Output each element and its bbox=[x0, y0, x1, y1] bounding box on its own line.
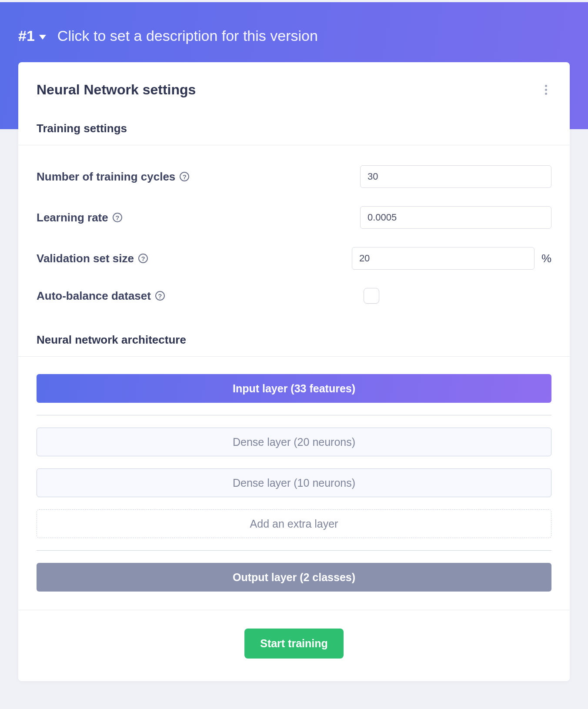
version-selector[interactable]: #1 bbox=[18, 27, 46, 44]
setting-row-autobalance: Auto-balance dataset ? bbox=[37, 270, 551, 304]
more-menu-icon[interactable] bbox=[541, 80, 551, 99]
help-icon[interactable]: ? bbox=[113, 213, 122, 222]
cycles-label: Number of training cycles bbox=[37, 170, 175, 184]
setting-row-cycles: Number of training cycles ? bbox=[37, 147, 551, 188]
settings-card: Neural Network settings Training setting… bbox=[18, 62, 570, 681]
add-layer-button[interactable]: Add an extra layer bbox=[37, 509, 551, 538]
help-icon[interactable]: ? bbox=[138, 254, 148, 263]
card-title: Neural Network settings bbox=[37, 82, 196, 98]
valset-label: Validation set size bbox=[37, 252, 134, 265]
input-layer[interactable]: Input layer (33 features) bbox=[37, 374, 551, 403]
training-section-title: Training settings bbox=[18, 99, 570, 145]
chevron-down-icon bbox=[39, 35, 46, 40]
cycles-input[interactable] bbox=[360, 165, 551, 188]
autobalance-checkbox[interactable] bbox=[364, 288, 379, 304]
valset-unit: % bbox=[541, 252, 551, 265]
lr-input[interactable] bbox=[360, 206, 551, 229]
lr-label: Learning rate bbox=[37, 211, 108, 224]
setting-row-valset: Validation set size ? % bbox=[37, 229, 551, 270]
start-training-button[interactable]: Start training bbox=[244, 629, 344, 659]
help-icon[interactable]: ? bbox=[180, 172, 189, 181]
setting-row-lr: Learning rate ? bbox=[37, 188, 551, 229]
version-description[interactable]: Click to set a description for this vers… bbox=[57, 27, 318, 44]
architecture-section-title: Neural network architecture bbox=[18, 321, 570, 356]
autobalance-label: Auto-balance dataset bbox=[37, 289, 151, 303]
valset-input[interactable] bbox=[352, 247, 535, 270]
dense-layer-2[interactable]: Dense layer (10 neurons) bbox=[37, 468, 551, 497]
help-icon[interactable]: ? bbox=[155, 291, 165, 301]
output-layer[interactable]: Output layer (2 classes) bbox=[37, 563, 551, 592]
divider bbox=[37, 415, 551, 415]
dense-layer-1[interactable]: Dense layer (20 neurons) bbox=[37, 428, 551, 456]
version-label: #1 bbox=[18, 27, 35, 44]
divider bbox=[18, 356, 570, 357]
divider bbox=[37, 550, 551, 551]
